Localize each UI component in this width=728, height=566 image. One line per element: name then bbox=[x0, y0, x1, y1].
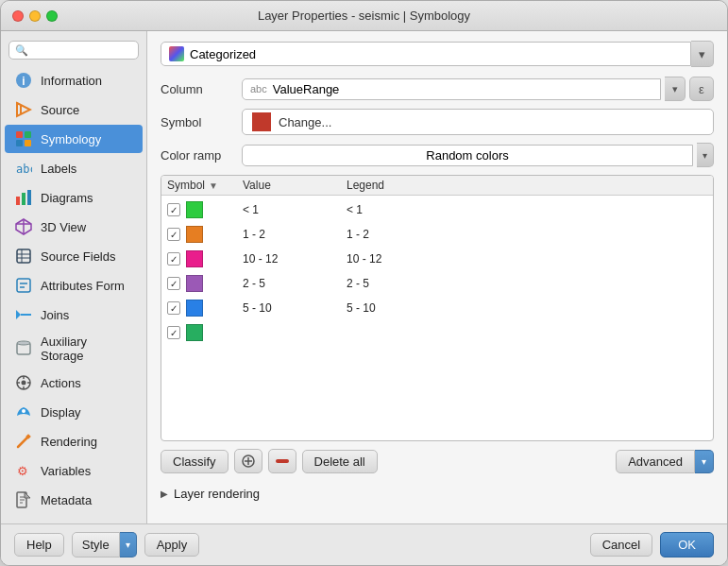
sort-arrow[interactable]: ▼ bbox=[209, 180, 218, 191]
svg-rect-5 bbox=[25, 131, 31, 138]
epsilon-button[interactable]: ε bbox=[689, 77, 714, 101]
sidebar-icon-source bbox=[14, 100, 33, 119]
table-row[interactable] bbox=[161, 320, 713, 345]
colorramp-select[interactable]: Random colors bbox=[242, 145, 693, 166]
column-type-badge: abc bbox=[250, 83, 267, 94]
delete-all-button[interactable]: Delete all bbox=[302, 450, 378, 473]
sidebar-icon-attributesform bbox=[14, 276, 33, 295]
column-select[interactable]: abc ValueRange bbox=[242, 78, 661, 100]
sidebar-icon-joins bbox=[14, 305, 33, 324]
svg-text:i: i bbox=[22, 75, 25, 88]
sidebar-item-display[interactable]: Display bbox=[5, 398, 143, 426]
style-button[interactable]: Style bbox=[72, 532, 120, 557]
sidebar-item-auxiliarystorage[interactable]: Auxiliary Storage bbox=[5, 330, 143, 368]
table-row[interactable]: 5 - 10 5 - 10 bbox=[161, 296, 713, 320]
row-color-4 bbox=[186, 300, 203, 317]
column-dropdown-button[interactable]: ▾ bbox=[665, 77, 686, 101]
sidebar-item-rendering[interactable]: Rendering bbox=[5, 427, 143, 455]
search-input[interactable] bbox=[32, 43, 132, 57]
sidebar-item-sourcefields[interactable]: Source Fields bbox=[5, 242, 143, 270]
sidebar-label-actions: Actions bbox=[41, 376, 81, 390]
close-button[interactable] bbox=[12, 10, 24, 22]
symbol-change-button[interactable]: Change... bbox=[242, 109, 714, 135]
row-checkbox-4[interactable] bbox=[167, 301, 180, 315]
sidebar-label-variables: Variables bbox=[41, 464, 91, 478]
colorramp-value: Random colors bbox=[426, 148, 508, 163]
classify-button[interactable]: Classify bbox=[161, 450, 229, 473]
sidebar-item-labels[interactable]: abcLabels bbox=[5, 154, 143, 182]
layer-rendering-header[interactable]: ▶ Layer rendering bbox=[161, 483, 714, 505]
search-bar[interactable]: 🔍 bbox=[8, 41, 139, 60]
sidebar-item-metadata[interactable]: Metadata bbox=[5, 486, 143, 514]
symbol-control: Change... bbox=[242, 109, 714, 135]
sidebar-item-diagrams[interactable]: Diagrams bbox=[5, 183, 143, 212]
colorramp-dropdown-button[interactable]: ▾ bbox=[697, 143, 714, 167]
help-button[interactable]: Help bbox=[14, 533, 64, 557]
plus-cross-icon bbox=[242, 455, 255, 468]
sidebar-icon-rendering bbox=[14, 432, 33, 451]
sidebar-item-actions[interactable]: Actions bbox=[5, 369, 143, 397]
svg-text:abc: abc bbox=[16, 163, 32, 176]
row-color-3 bbox=[186, 275, 203, 292]
symbol-row: Symbol Change... bbox=[161, 109, 714, 135]
advanced-button[interactable]: Advanced bbox=[616, 450, 695, 473]
sidebar-icon-display bbox=[14, 403, 33, 421]
sidebar-label-metadata: Metadata bbox=[41, 493, 92, 507]
sidebar-item-variables[interactable]: ⚙Variables bbox=[5, 456, 143, 485]
remove-icon-button[interactable] bbox=[268, 449, 296, 473]
svg-marker-22 bbox=[16, 310, 21, 319]
right-panel: Categorized ▾ Column abc ValueRange ▾ ε bbox=[147, 31, 727, 523]
row-checkbox-1[interactable] bbox=[167, 228, 180, 241]
row-legend-3: 2 - 5 bbox=[347, 277, 707, 290]
legend-table-body: < 1 < 1 1 - 2 1 - 2 10 - 12 10 - 12 2 - … bbox=[161, 196, 713, 440]
maximize-button[interactable] bbox=[46, 10, 58, 22]
type-select[interactable]: Categorized bbox=[161, 42, 691, 66]
sidebar-item-3dview[interactable]: 3D View bbox=[5, 213, 143, 241]
minus-icon bbox=[276, 459, 289, 463]
main-content: 🔍 iInformationSourceSymbologyabcLabelsDi… bbox=[1, 31, 727, 523]
sidebar-label-labels: Labels bbox=[41, 162, 76, 176]
main-window: Layer Properties - seismic | Symbology 🔍… bbox=[0, 0, 728, 566]
sidebar-item-information[interactable]: iInformation bbox=[5, 66, 143, 94]
sidebar-item-source[interactable]: Source bbox=[5, 95, 143, 124]
symbol-change-label: Change... bbox=[279, 115, 331, 129]
row-checkbox-2[interactable] bbox=[167, 252, 180, 266]
column-label: Column bbox=[161, 82, 234, 96]
apply-button[interactable]: Apply bbox=[144, 533, 200, 557]
table-row[interactable]: < 1 < 1 bbox=[161, 197, 713, 222]
sidebar-icon-auxiliarystorage bbox=[14, 339, 33, 358]
legend-table: Symbol ▼ Value Legend < 1 < 1 1 - 2 1 bbox=[161, 175, 714, 441]
svg-text:⚙: ⚙ bbox=[17, 464, 28, 478]
sidebar-item-symbology[interactable]: Symbology bbox=[5, 125, 143, 153]
search-icon: 🔍 bbox=[15, 44, 28, 57]
advanced-dropdown-button[interactable]: ▾ bbox=[695, 450, 714, 473]
svg-point-27 bbox=[22, 381, 26, 386]
row-legend-0: < 1 bbox=[347, 203, 707, 216]
cancel-button[interactable]: Cancel bbox=[590, 533, 652, 557]
row-color-5 bbox=[186, 324, 203, 341]
classify-row: Classify Delete all Advanced ▾ bbox=[161, 449, 714, 473]
svg-rect-15 bbox=[17, 249, 30, 263]
ok-button[interactable]: OK bbox=[660, 532, 714, 557]
row-checkbox-3[interactable] bbox=[167, 277, 180, 290]
table-row[interactable]: 10 - 12 10 - 12 bbox=[161, 247, 713, 271]
row-checkbox-0[interactable] bbox=[167, 203, 180, 216]
add-icon-button[interactable] bbox=[234, 449, 262, 473]
sidebar-item-joins[interactable]: Joins bbox=[5, 300, 143, 329]
sidebar-item-attributesform[interactable]: Attributes Form bbox=[5, 271, 143, 300]
row-value-1: 1 - 2 bbox=[243, 228, 347, 241]
sidebar-icon-sourcefields bbox=[14, 247, 33, 266]
svg-marker-39 bbox=[25, 492, 30, 498]
style-dropdown-button[interactable]: ▾ bbox=[120, 532, 137, 557]
sidebar-label-source: Source bbox=[41, 103, 79, 117]
row-sym-5 bbox=[167, 324, 243, 341]
row-checkbox-5[interactable] bbox=[167, 326, 180, 339]
column-control: abc ValueRange ▾ ε bbox=[242, 77, 714, 101]
row-value-4: 5 - 10 bbox=[243, 301, 347, 315]
minimize-button[interactable] bbox=[29, 10, 41, 22]
table-row[interactable]: 2 - 5 2 - 5 bbox=[161, 271, 713, 296]
table-row[interactable]: 1 - 2 1 - 2 bbox=[161, 222, 713, 247]
sidebar-label-3dview: 3D View bbox=[41, 220, 86, 234]
type-dropdown-button[interactable]: ▾ bbox=[691, 41, 714, 67]
row-sym-4 bbox=[167, 300, 243, 317]
